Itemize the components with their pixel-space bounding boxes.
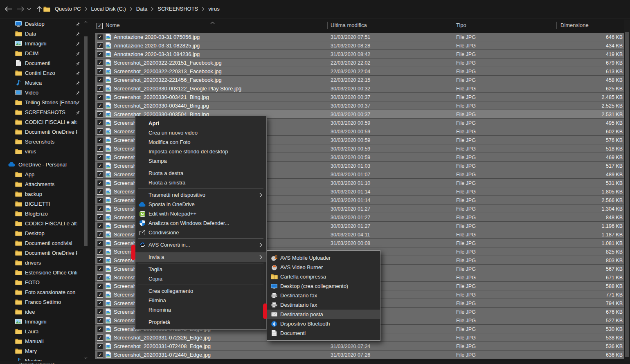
row-checkbox[interactable]: ✓ [97,34,103,40]
row-checkbox[interactable]: ✓ [97,249,103,255]
row-checkbox[interactable]: ✓ [97,163,103,169]
column-divider[interactable] [327,22,328,29]
row-checkbox[interactable]: ✓ [97,257,103,263]
sidebar-item-franco-settimo[interactable]: Franco Settimo [0,297,83,307]
row-checkbox[interactable]: ✓ [97,292,103,298]
address-bar[interactable]: Questo PCLocal Disk (C:)DataSCREENSHOTSv… [43,3,223,15]
forward-button[interactable] [16,4,25,13]
scrollbar-thumb[interactable] [625,32,629,357]
row-checkbox[interactable]: ✓ [97,180,103,186]
row-checkbox[interactable]: ✓ [97,85,103,92]
row-checkbox[interactable]: ✓ [97,197,103,203]
row-checkbox[interactable]: ✓ [97,60,103,66]
scrollbar-thumb[interactable] [84,36,88,246]
file-row[interactable]: ✓Screenshot_20200330-003122_Google Play … [95,84,624,93]
sidebar-item-data[interactable]: Data [0,29,83,38]
context-menu-item-rinomina[interactable]: Rinomina [135,305,266,315]
file-row[interactable]: ✓Screenshot_20200331-072440_Edge.jpg31/0… [95,351,624,359]
sidebar-item-backup[interactable]: backup [0,189,83,199]
sidebar-item-screenshots[interactable]: Screenshots [0,137,83,146]
row-checkbox[interactable]: ✓ [97,335,103,341]
context-menu-item-invia-a[interactable]: Invia a [135,252,266,262]
context-menu-item-imposta-come-sfondo-del-desktop[interactable]: Imposta come sfondo del desktop [135,147,266,156]
sidebar-item-desktop[interactable]: Desktop [0,228,83,238]
sidebar-item-documenti-onedrive-pers[interactable]: Documenti OneDrive Pers [0,248,83,258]
context-menu-item-crea-un-nuovo-video[interactable]: Crea un nuovo video [135,128,266,137]
send-to-item-destinatario-fax[interactable]: Destinatario fax [267,300,380,310]
row-checkbox[interactable]: ✓ [97,206,103,212]
sidebar-item-contini-enzo[interactable]: Contini Enzo [0,68,83,78]
sidebar-item-video[interactable]: Video [0,88,83,97]
context-menu-item-modifica-con-foto[interactable]: Modifica con Foto [135,137,266,147]
sidebar-item-manuali[interactable]: Manuali [0,336,83,346]
column-divider[interactable] [453,22,453,29]
sidebar-item-virus[interactable]: virus [0,146,83,156]
row-checkbox[interactable]: ✓ [97,343,103,349]
row-checkbox[interactable]: ✓ [97,231,103,238]
row-checkbox[interactable]: ✓ [97,128,103,135]
column-header-ultima-modifica[interactable]: Ultima modifica [331,22,367,28]
breadcrumb-item-local-disk-c[interactable]: Local Disk (C:) [88,3,129,15]
breadcrumb-item-data[interactable]: Data [133,3,150,15]
context-menu-item-elimina[interactable]: Elimina [135,296,266,305]
sidebar-item-documenti-onedrive-pers[interactable]: Documenti OneDrive Pers [0,127,83,137]
sidebar-section-onedrive[interactable]: OneDrive - Personal [0,160,83,169]
sidebar-item-codici-fiscali-e-altro[interactable]: CODICI FISCALI e altro [0,117,83,127]
context-menu-item-avs-converti-in[interactable]: AVS Converti in... [135,240,266,249]
sidebar-item-biglietti[interactable]: BIGLIETTI [0,199,83,209]
file-list-scrollbar[interactable] [624,20,630,361]
row-checkbox[interactable]: ✓ [97,94,103,100]
send-to-item-destinatario-posta[interactable]: Destinatario posta [267,310,380,319]
sidebar-item-foto-scansionate-con-digi[interactable]: Foto scansionate con Digi [0,287,83,297]
sidebar-scrollbar[interactable] [83,18,88,364]
file-row[interactable]: ✓Screenshot_20200322-221456_Facebook.jpg… [95,76,624,84]
row-checkbox[interactable]: ✓ [97,146,103,152]
row-checkbox[interactable]: ✓ [97,317,103,324]
send-to-item-dispositivo-bluetooth[interactable]: Dispositivo Bluetooth [267,319,380,328]
sidebar-item-blogenzo[interactable]: BlogEnzo [0,209,83,218]
sidebar-item-immagini[interactable]: Immagini [0,317,83,326]
context-menu-item-condivisione[interactable]: Condivisione [135,228,266,237]
sidebar-item-mary[interactable]: Mary [0,346,83,356]
context-menu-item-analizza-con-windows-defender[interactable]: Analizza con Windows Defender... [135,218,266,228]
row-checkbox[interactable]: ✓ [97,240,103,246]
row-checkbox[interactable]: ✓ [97,103,103,109]
row-checkbox[interactable]: ✓ [97,68,103,74]
row-checkbox[interactable]: ✓ [97,300,103,306]
select-all-checkbox[interactable]: ✓ [97,23,103,29]
sidebar-item-app[interactable]: App [0,169,83,179]
file-row[interactable]: ✓Screenshot_20200322-220151_Facebook.jpg… [95,58,624,67]
sidebar-item-documenti[interactable]: Documenti [0,58,83,68]
file-row[interactable]: ✓Screenshot_20200330-003421_Bing.jpg30/0… [95,93,624,101]
row-checkbox[interactable]: ✓ [97,111,103,117]
context-menu-item-copia[interactable]: Copia [135,274,266,283]
back-button[interactable] [3,4,13,13]
row-checkbox[interactable]: ✓ [97,137,103,143]
sidebar-item-screenshots[interactable]: SCREENSHOTS [0,107,83,117]
context-menu-item-sposta-in-onedrive[interactable]: Sposta in OneDrive [135,200,266,209]
row-checkbox[interactable]: ✓ [97,283,103,289]
row-checkbox[interactable]: ✓ [97,77,103,83]
sidebar-item-attachments[interactable]: Attachments [0,179,83,189]
row-checkbox[interactable]: ✓ [97,214,103,220]
column-divider[interactable] [556,22,557,29]
sidebar-item-documenti-condivisi[interactable]: Documenti condivisi [0,238,83,248]
file-row[interactable]: ✓Annotazione 2020-03-31 082825.jpg31/03/… [95,41,624,50]
sidebar-item-drivers[interactable]: drivers [0,258,83,267]
sidebar-item-desktop[interactable]: Desktop [0,19,83,29]
column-header-tipo[interactable]: Tipo [456,22,466,28]
sidebar-item-laura[interactable]: Laura [0,326,83,336]
row-checkbox[interactable]: ✓ [97,43,103,49]
sidebar-item-estensione-office-online[interactable]: Estensione Office Online [0,267,83,277]
column-header-dimensione[interactable]: Dimensione [560,22,589,28]
sidebar-item-foto[interactable]: FOTO [0,277,83,287]
context-menu-item-trasmetti-nel-dispositivo[interactable]: Trasmetti nel dispositivo [135,190,266,200]
context-menu-item-ruota-a-sinistra[interactable]: Ruota a sinistra [135,178,266,187]
send-to-item-cartella-compressa[interactable]: Cartella compressa [267,272,380,281]
send-to-item-documenti[interactable]: Documenti [267,328,380,338]
column-header-nome[interactable]: Nome [106,22,120,28]
recent-locations-chevron-icon[interactable] [26,4,32,13]
context-menu-item-propriet[interactable]: Proprietà [135,317,266,327]
context-menu-item-apri[interactable]: Apri [135,119,266,128]
sidebar-item-telling-stories-enhance[interactable]: Telling Stories [Enhance [0,97,83,107]
